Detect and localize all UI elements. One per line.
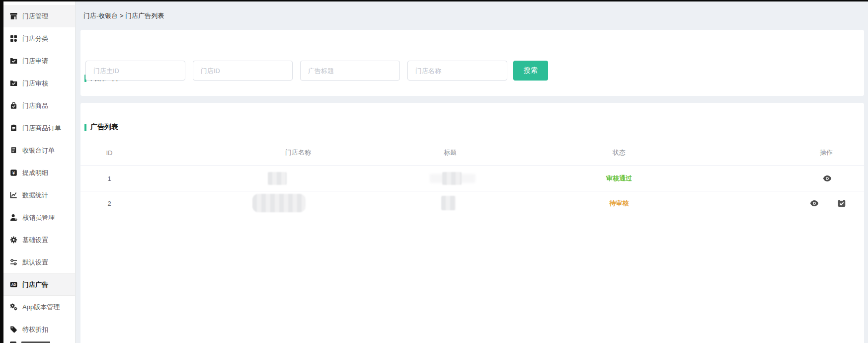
view-icon[interactable] [810, 200, 819, 206]
sidebar-item-label: 提成明细 [22, 169, 48, 177]
table-row: 1 审核通过 [80, 166, 864, 191]
sidebar-item-label: 门店管理 [22, 12, 48, 21]
sidebar-item-clipped[interactable] [3, 341, 75, 343]
col-header-name: 门店名称 [285, 148, 311, 157]
sidebar-item-cashier-orders[interactable]: 收银台订单 [3, 139, 75, 162]
search-filters [85, 61, 507, 81]
audit-check-icon[interactable] [838, 199, 846, 207]
sidebar: 门店管理 门店分类 门店申请 门店审核 门店商品 [3, 1, 76, 343]
table-row: 2 待审核 [80, 191, 864, 215]
redacted-store-name [268, 172, 287, 185]
ad-icon: AD [10, 281, 17, 288]
yen-square-icon: ¥ [10, 169, 17, 176]
grid-icon [10, 35, 17, 42]
search-panel: 门店广告 搜索 [80, 30, 864, 96]
gear-icon [10, 236, 17, 244]
sidebar-item-store-goods[interactable]: 门店商品 [3, 94, 75, 117]
sidebar-item-label: 默认设置 [22, 258, 48, 267]
row-id: 2 [107, 199, 111, 207]
sidebar-item-basic-settings[interactable]: 基础设置 [3, 229, 75, 251]
search-button[interactable]: 搜索 [513, 61, 548, 81]
col-header-status: 状态 [613, 148, 626, 157]
sliders-icon [10, 258, 17, 266]
redacted-ad-title [441, 196, 456, 210]
store-owner-id-input[interactable] [85, 61, 185, 81]
bag-check-icon [10, 102, 17, 109]
folder-check-icon [10, 80, 17, 87]
sidebar-item-label: 基础设置 [22, 236, 48, 245]
row-id: 1 [107, 174, 111, 182]
sidebar-item-store-management[interactable]: 门店管理 [3, 5, 75, 27]
sidebar-item-data-statistics[interactable]: 数据统计 [3, 184, 75, 206]
sidebar-item-verifier-management[interactable]: 核销员管理 [3, 206, 75, 229]
sidebar-item-label: 数据统计 [22, 191, 48, 200]
store-id-input[interactable] [193, 61, 293, 81]
clipboard-list-icon [10, 124, 17, 132]
admin-page: 门店管理 门店分类 门店申请 门店审核 门店商品 [0, 0, 868, 343]
table-header: ID 门店名称 标题 状态 操作 [80, 140, 864, 166]
sidebar-item-store-ads[interactable]: AD 门店广告 [3, 273, 75, 296]
col-header-title: 标题 [444, 148, 457, 157]
list-section-title: 广告列表 [84, 123, 118, 132]
sidebar-item-label: 门店商品订单 [22, 124, 61, 133]
sidebar-item-store-category[interactable]: 门店分类 [3, 27, 75, 50]
col-header-id: ID [106, 149, 113, 157]
ad-title-input[interactable] [300, 61, 400, 81]
sidebar-item-store-goods-orders[interactable]: 门店商品订单 [3, 117, 75, 139]
gears-icon [10, 303, 17, 311]
svg-text:AD: AD [11, 283, 16, 286]
view-icon[interactable] [823, 175, 832, 181]
sidebar-item-label: 核销员管理 [22, 213, 55, 222]
sidebar-item-label: 门店分类 [22, 34, 48, 43]
folder-check-icon [10, 57, 17, 65]
store-icon [10, 12, 17, 20]
sidebar-item-label: 特权折扣 [22, 325, 48, 334]
sidebar-item-commission-detail[interactable]: ¥ 提成明细 [3, 162, 75, 184]
main-content: 门店-收银台 > 门店广告列表 门店广告 搜索 广告列表 ID [76, 1, 868, 343]
sidebar-item-label: 门店申请 [22, 57, 48, 66]
sidebar-item-label: App版本管理 [22, 303, 60, 312]
status-badge: 待审核 [610, 199, 629, 208]
sidebar-item-default-settings[interactable]: 默认设置 [3, 251, 75, 273]
status-badge: 审核通过 [606, 174, 632, 183]
window-left-edge [0, 0, 3, 343]
sidebar-item-store-apply[interactable]: 门店申请 [3, 50, 75, 72]
breadcrumb[interactable]: 门店-收银台 > 门店广告列表 [83, 1, 164, 30]
ad-list-panel: 广告列表 ID 门店名称 标题 状态 操作 1 审核通过 [80, 103, 864, 343]
redacted-ad-title [442, 172, 462, 185]
user-icon [10, 214, 17, 221]
svg-text:¥: ¥ [12, 170, 15, 175]
sidebar-item-app-version[interactable]: App版本管理 [3, 296, 75, 318]
sidebar-item-store-audit[interactable]: 门店审核 [3, 72, 75, 94]
store-name-input[interactable] [407, 61, 507, 81]
col-header-action: 操作 [820, 148, 833, 157]
sidebar-item-label: 门店广告 [22, 280, 48, 289]
section-title-bar [84, 124, 86, 131]
redacted-store-name [252, 194, 306, 212]
sidebar-item-privilege-discount[interactable]: 特权折扣 [3, 318, 75, 341]
sidebar-item-label: 门店审核 [22, 79, 48, 88]
chart-line-icon [10, 191, 17, 199]
tag-icon [10, 326, 17, 333]
sidebar-item-label: 收银台订单 [22, 146, 55, 155]
sidebar-item-label: 门店商品 [22, 101, 48, 110]
receipt-icon [10, 147, 17, 154]
